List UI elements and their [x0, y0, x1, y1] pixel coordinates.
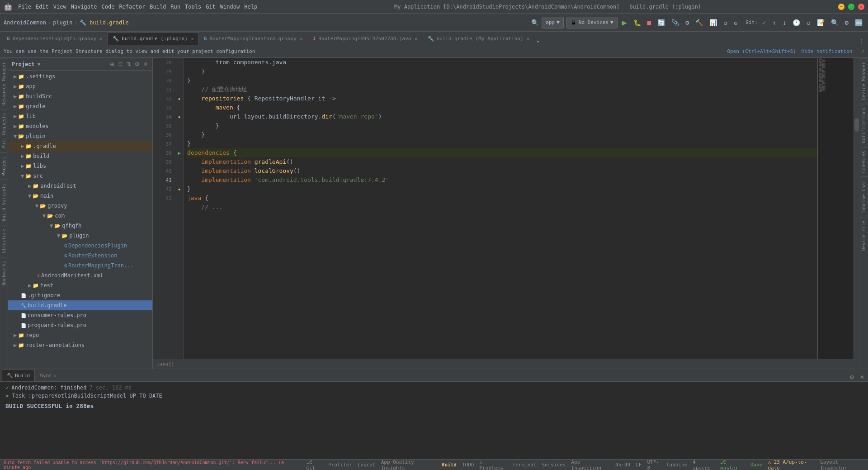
- device-selector[interactable]: 📱 No Devices ▼: [566, 17, 618, 28]
- lf-info[interactable]: LF: [636, 462, 642, 468]
- annotate-icon[interactable]: 📝: [815, 17, 826, 28]
- settings-icon[interactable]: ⚙: [843, 17, 850, 28]
- find-icon[interactable]: 🔍: [829, 17, 840, 28]
- right-panel-device-file[interactable]: Device File: [860, 217, 868, 254]
- tab-java-close-icon[interactable]: ✕: [415, 36, 417, 41]
- tree-item-buildgradle[interactable]: 🔧 build.gradle: [8, 300, 152, 310]
- tab-build-gradle-app[interactable]: 🔧 build.gradle (My Application) ✕: [423, 32, 535, 45]
- hide-notification-link[interactable]: Hide notification: [802, 48, 853, 54]
- encoding-info[interactable]: UTF-8: [647, 459, 661, 470]
- tree-item-com[interactable]: ▼ 📂 com: [8, 211, 152, 221]
- sidebar-settings-icon[interactable]: ⚙: [134, 61, 141, 68]
- project-dropdown-icon[interactable]: ▼: [38, 61, 41, 67]
- profiler-status[interactable]: Profiler: [328, 462, 352, 468]
- git-push-icon[interactable]: ↑: [770, 17, 778, 28]
- menu-tools[interactable]: Tools: [185, 4, 201, 10]
- rollback-icon[interactable]: ↺: [805, 17, 812, 28]
- left-panel-resource-manager[interactable]: Resource Manager: [0, 58, 7, 109]
- tabnine-info[interactable]: tabnine: [666, 462, 687, 468]
- tree-item-main[interactable]: ▼ 📂 main: [8, 191, 152, 201]
- build-status-btn[interactable]: Build: [442, 462, 457, 468]
- tree-item-gradle[interactable]: ▶ 📁 gradle: [8, 101, 152, 111]
- tab-router-close-icon[interactable]: ✕: [300, 36, 303, 41]
- spaces-info[interactable]: 4 spaces: [693, 459, 715, 470]
- tree-item-src[interactable]: ▼ 📂 src: [8, 171, 152, 181]
- layout-inspector-status[interactable]: Layout Inspector: [820, 459, 864, 470]
- tree-item-routermapping[interactable]: G RouterMappingTran...: [8, 261, 152, 271]
- sidebar-sync-icon[interactable]: ⊕: [109, 61, 115, 68]
- code-editor[interactable]: from components.java } } // 配置仓库地址 repos…: [184, 58, 817, 359]
- right-panel-notifications[interactable]: Notifications: [860, 104, 868, 147]
- warnings-info[interactable]: △ 23 A/up-to-date: [768, 459, 815, 470]
- attach-button[interactable]: 📎: [670, 17, 681, 28]
- menu-navigate[interactable]: Navigate: [71, 4, 97, 10]
- tree-item-groovy[interactable]: ▼ 📂 groovy: [8, 201, 152, 211]
- tree-item-androidmanifest[interactable]: X AndroidManifest.xml: [8, 271, 152, 280]
- menu-refactor[interactable]: Refactor: [119, 4, 145, 10]
- tab-settings-icon[interactable]: ⋮: [857, 38, 866, 45]
- bottom-settings-icon[interactable]: ⚙: [848, 373, 856, 381]
- quality-status[interactable]: App Quality Insights: [381, 459, 436, 470]
- open-project-structure-link[interactable]: Open (Ctrl+Alt+Shift+S): [727, 48, 796, 54]
- editor-scrollbar[interactable]: [854, 58, 860, 359]
- breadcrumb-root[interactable]: AndroidCommon: [4, 19, 46, 26]
- app-config-dropdown[interactable]: app ▼: [542, 17, 564, 28]
- tree-item-depsplugin[interactable]: G DependenciesPlugin: [8, 241, 152, 251]
- problems-status[interactable]: ⚠ Problems: [479, 459, 507, 470]
- run-config-button[interactable]: ⚙: [684, 17, 691, 28]
- branch-info[interactable]: ⎇ master: [720, 459, 745, 470]
- tree-item-dotgradle[interactable]: ▶ 📁 .gradle: [8, 141, 152, 151]
- left-panel-bookmarks[interactable]: Bookmarks: [0, 257, 7, 289]
- tab-close-icon[interactable]: ✕: [100, 36, 103, 41]
- run-button[interactable]: ▶: [620, 18, 629, 27]
- tree-item-qfhqfh[interactable]: ▼ 📂 qfhqfh: [8, 221, 152, 231]
- breadcrumb-plugin[interactable]: plugin: [53, 19, 72, 26]
- clock-icon[interactable]: 🕐: [791, 17, 802, 28]
- minimize-button[interactable]: ─: [838, 4, 844, 10]
- bottom-tab-sync[interactable]: Sync ✕: [35, 370, 61, 381]
- close-button[interactable]: ✕: [858, 4, 864, 10]
- left-panel-structure[interactable]: Structure: [0, 225, 7, 257]
- tree-item-settings[interactable]: ▶ 📁 .settings: [8, 71, 152, 81]
- tree-item-androidtest[interactable]: ▶ 📁 androidTest: [8, 181, 152, 191]
- right-panel-device-manager[interactable]: Device Manager: [860, 58, 868, 104]
- inspection-status[interactable]: App Inspection: [571, 459, 610, 470]
- translate-icon[interactable]: 🔤: [853, 17, 864, 28]
- menu-edit[interactable]: Edit: [36, 4, 49, 10]
- scrollbar-thumb[interactable]: [854, 118, 859, 132]
- tree-item-modules[interactable]: ▶ 📁 modules: [8, 121, 152, 131]
- tree-item-test[interactable]: ▶ 📁 test: [8, 280, 152, 290]
- bottom-tab-build[interactable]: 🔨 Build: [2, 370, 35, 381]
- tab-dependencies-groovy[interactable]: G DependenciesPluginQfh.groovy ✕: [2, 32, 108, 45]
- left-panel-project[interactable]: Project: [0, 152, 7, 179]
- left-panel-build-variants[interactable]: Build Variants: [0, 179, 7, 225]
- debug-button[interactable]: 🐛: [632, 17, 643, 28]
- forward-button[interactable]: ↻: [732, 17, 739, 28]
- tab-router-transform[interactable]: G RouterMappingTransform.groovy ✕: [199, 32, 308, 45]
- tree-item-lib[interactable]: ▶ 📁 lib: [8, 111, 152, 121]
- menu-build[interactable]: Build: [150, 4, 166, 10]
- logcat-status[interactable]: Logcat: [358, 462, 376, 468]
- stop-button[interactable]: ■: [646, 17, 653, 28]
- tree-item-routerext[interactable]: G RouterExtension: [8, 251, 152, 261]
- tab-active-close-icon[interactable]: ✕: [191, 36, 194, 41]
- tab-app-close-icon[interactable]: ✕: [527, 36, 530, 41]
- todo-status[interactable]: TODO: [462, 462, 474, 468]
- sidebar-expand-icon[interactable]: ☰: [117, 61, 124, 68]
- build-button[interactable]: 🔨: [693, 17, 705, 28]
- services-status[interactable]: Services: [542, 462, 566, 468]
- tab-build-gradle-plugin[interactable]: 🔧 build.gradle (:plugin) ✕: [108, 32, 199, 45]
- gutter-run-38[interactable]: ▶: [175, 148, 183, 157]
- tree-item-plugin[interactable]: ▼ 📂 plugin: [8, 131, 152, 141]
- sync-close-icon[interactable]: ✕: [54, 373, 57, 378]
- maximize-button[interactable]: □: [848, 4, 854, 10]
- menu-git[interactable]: Git: [206, 4, 216, 10]
- sync-button[interactable]: 🔄: [656, 17, 667, 28]
- profile-button[interactable]: 📊: [708, 17, 719, 28]
- menu-code[interactable]: Code: [102, 4, 115, 10]
- sidebar-close-icon[interactable]: ✕: [142, 61, 149, 68]
- tree-item-plugin-folder[interactable]: ▼ 📂 plugin: [8, 231, 152, 241]
- tree-item-repo[interactable]: ▶ 📁 repo: [8, 330, 152, 340]
- menu-window[interactable]: Window: [220, 4, 240, 10]
- terminal-status[interactable]: Terminal: [513, 462, 537, 468]
